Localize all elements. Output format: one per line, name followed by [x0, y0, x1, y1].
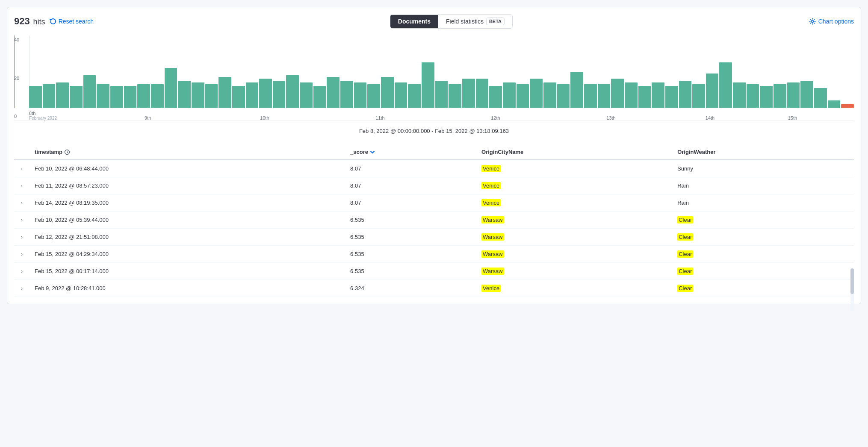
expand-cell: › [14, 194, 30, 212]
cell-city: Venice [476, 194, 672, 212]
gear-icon [809, 18, 816, 25]
city-highlight: Venice [481, 285, 501, 292]
chart-bar [124, 86, 137, 108]
cell-weather: Rain [672, 194, 854, 212]
chart-bar [327, 77, 340, 108]
cell-city: Warsaw [476, 212, 672, 229]
expand-cell: › [14, 229, 30, 246]
x-label-14th: 14th [706, 115, 714, 121]
cell-weather: Rain [672, 177, 854, 194]
scrollbar-thumb[interactable] [850, 268, 854, 294]
expand-button[interactable]: › [19, 165, 24, 173]
weather-highlight: Clear [677, 285, 693, 292]
chart-bar [665, 86, 678, 108]
chart-bar [286, 75, 299, 108]
x-label-8th: 8th February 2022 [29, 111, 57, 121]
city-highlight: Warsaw [481, 268, 504, 275]
chart-bar [787, 82, 800, 108]
chart-options-button[interactable]: Chart options [809, 18, 854, 25]
main-container: 923 hits Reset search Documents Field st… [7, 7, 861, 304]
cell-timestamp: Feb 15, 2022 @ 04:29:34.000 [30, 246, 345, 263]
weather-highlight: Clear [677, 216, 693, 224]
beta-badge: BETA [486, 18, 505, 25]
chart-bar [273, 81, 286, 108]
chart-bar [70, 86, 83, 108]
weather-highlight: Clear [677, 233, 693, 241]
chart-bar [340, 81, 353, 108]
chart-bar [543, 82, 556, 108]
results-table: timestamp _score [14, 144, 854, 297]
th-origin-city: OriginCityName [476, 144, 672, 160]
chart-bar [422, 62, 434, 108]
expand-button[interactable]: › [19, 250, 24, 258]
cell-score: 8.07 [345, 194, 476, 212]
weather-highlight: Clear [677, 250, 693, 258]
chart-bar [530, 79, 543, 108]
cell-timestamp: Feb 15, 2022 @ 00:17:14.000 [30, 263, 345, 280]
sort-down-icon [370, 150, 375, 155]
cell-timestamp: Feb 10, 2022 @ 05:39:44.000 [30, 212, 345, 229]
cell-score: 6.535 [345, 263, 476, 280]
tab-documents[interactable]: Documents [390, 15, 438, 28]
x-label-11th: 11th [375, 115, 384, 121]
chart-bar [246, 82, 259, 108]
cell-city: Warsaw [476, 229, 672, 246]
city-highlight: Warsaw [481, 250, 504, 258]
table-row: ›Feb 9, 2022 @ 10:28:41.0006.324VeniceCl… [14, 280, 854, 297]
table-row: ›Feb 12, 2022 @ 21:51:08.0006.535WarsawC… [14, 229, 854, 246]
chart-bar [719, 62, 732, 108]
table-row: ›Feb 14, 2022 @ 08:19:35.0008.07VeniceRa… [14, 194, 854, 212]
x-label-10th: 10th [260, 115, 269, 121]
expand-button[interactable]: › [19, 268, 24, 275]
scrollbar[interactable] [850, 268, 854, 311]
chart-bar [435, 81, 448, 108]
chart-bar [408, 84, 421, 108]
cell-score: 8.07 [345, 177, 476, 194]
chart-bar [598, 84, 611, 108]
header: 923 hits Reset search Documents Field st… [14, 14, 854, 29]
expand-cell: › [14, 160, 30, 177]
chart-bar [570, 72, 583, 108]
expand-cell: › [14, 246, 30, 263]
x-label-15th: 15th [788, 115, 797, 121]
tab-field-statistics[interactable]: Field statistics BETA [438, 15, 512, 28]
expand-button[interactable]: › [19, 233, 24, 241]
chart-bar [517, 84, 529, 108]
reset-search-button[interactable]: Reset search [50, 18, 94, 25]
expand-button[interactable]: › [19, 285, 24, 292]
chart-bar [165, 68, 177, 108]
cell-weather: Clear [672, 263, 854, 280]
cell-score: 6.324 [345, 280, 476, 297]
chart-bar [205, 84, 218, 108]
expand-button[interactable]: › [19, 182, 24, 190]
chart-bar [192, 82, 204, 108]
city-highlight: Warsaw [481, 233, 504, 241]
expand-button[interactable]: › [19, 216, 24, 224]
chart-bar [489, 86, 502, 108]
chart-bar [692, 84, 705, 108]
cell-timestamp: Feb 9, 2022 @ 10:28:41.000 [30, 280, 345, 297]
chart-bar [503, 82, 516, 108]
cell-score: 6.535 [345, 229, 476, 246]
x-label-12th: 12th [491, 115, 500, 121]
chart-bar [462, 79, 475, 108]
th-expand [14, 144, 30, 160]
chart-bar [800, 81, 813, 108]
cell-weather: Clear [672, 246, 854, 263]
chart-bar [178, 81, 191, 108]
expand-cell: › [14, 280, 30, 297]
cell-weather: Sunny [672, 160, 854, 177]
cell-city: Warsaw [476, 246, 672, 263]
cell-timestamp: Feb 11, 2022 @ 08:57:23.000 [30, 177, 345, 194]
chart-hover-line [14, 35, 15, 108]
chart-bar [354, 82, 367, 108]
city-highlight: Warsaw [481, 216, 504, 224]
table-body: ›Feb 10, 2022 @ 06:48:44.0008.07VeniceSu… [14, 160, 854, 297]
chart-bar [151, 84, 164, 108]
chart-bar [747, 84, 759, 108]
expand-button[interactable]: › [19, 199, 24, 207]
chart-bar [137, 84, 150, 108]
cell-weather: Clear [672, 280, 854, 297]
chart-bars [29, 35, 854, 108]
th-score[interactable]: _score [345, 144, 476, 160]
